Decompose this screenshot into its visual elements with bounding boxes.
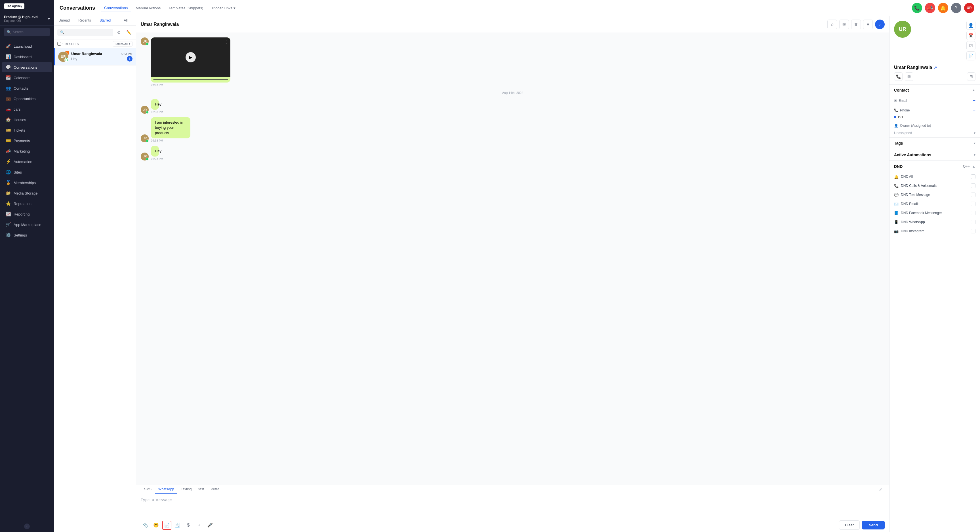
dnd-checkbox[interactable] [971,175,975,179]
conv-edit-button[interactable]: ✏️ [124,29,132,36]
notification-button[interactable]: 🔔 [938,3,948,13]
topbar-nav-manual-actions[interactable]: Manual Actions [132,4,164,12]
conv-filter-button[interactable]: ⊘ [115,29,123,36]
search-input[interactable] [13,30,54,34]
sidebar-item-label-automation: Automation [14,160,32,164]
owner-value-row[interactable]: Unassigned ▾ [889,130,980,137]
plus-button[interactable]: + [195,521,204,530]
video-play-button[interactable]: ▶ [186,52,196,62]
dnd-checkbox[interactable] [971,192,975,197]
clear-button[interactable]: Clear [839,520,860,530]
select-all-label[interactable]: 1 RESULTS [57,42,79,46]
sidebar-item-tickets[interactable]: 🎫 Tickets [2,125,52,135]
delete-action-button[interactable]: 🗑 [851,19,861,29]
tags-section-header[interactable]: Tags ▾ [889,138,980,149]
conv-tab-starred[interactable]: Starred [95,16,116,25]
topbar-nav-trigger-links[interactable]: Trigger Links ▾ [208,4,239,12]
sidebar-item-calendars[interactable]: 📅 Calendars [2,73,52,83]
add-phone-button[interactable]: + [973,108,975,113]
sidebar-item-reputation[interactable]: ⭐ Reputation [2,199,52,209]
sidebar-item-reporting[interactable]: 📈 Reporting [2,209,52,219]
send-button[interactable]: Send [862,521,885,529]
topbar-nav-templates[interactable]: Templates (Snippets) [165,4,207,12]
invoice-button[interactable]: 🧾 [173,521,182,530]
phone-button[interactable]: 📞 [912,3,922,13]
chat-tab-test[interactable]: test [195,485,207,494]
dnd-checkbox[interactable] [971,220,975,224]
star-action-button[interactable]: ☆ [827,19,837,29]
rp-phone-button[interactable]: 📞 [894,72,902,81]
mic-button[interactable]: 🎤 [205,521,215,530]
sidebar-item-launchpad[interactable]: 🚀 Launchpad [2,41,52,51]
sort-button[interactable]: Latest-All ▾ [113,41,132,46]
rp-email-button[interactable]: ✉ [905,72,913,81]
sidebar-item-contacts[interactable]: 👥 Contacts [2,83,52,93]
sidebar-item-settings[interactable]: ⚙️ Settings [2,230,52,240]
external-link-button[interactable]: ↗ [934,65,937,70]
topbar-nav-conversations[interactable]: Conversations [101,4,131,12]
sidebar-item-conversations[interactable]: 💬 Conversations [2,62,52,72]
owner-field-row: 👤 Owner (Assigned to) [889,121,980,130]
megaphone-button[interactable]: 📣 [925,3,935,13]
message-input[interactable] [136,494,889,517]
dnd-checkbox[interactable] [971,183,975,188]
conv-search-input-wrapper: 🔍 umar [57,29,113,36]
topbar-title: Conversations [60,5,95,11]
chat-tab-texting[interactable]: Texting [177,485,195,494]
contact-section-header[interactable]: Email Contact ▲ [889,84,980,96]
chat-tab-peter[interactable]: Peter [207,485,223,494]
user-avatar[interactable]: UR [964,3,974,13]
conv-avatar: UR [58,52,68,62]
phone-field-row: 📞 Phone + [889,105,980,115]
sidebar-item-opportunities[interactable]: 💼 Opportunities [2,94,52,104]
rp-profile-button[interactable]: 👤 [966,21,975,30]
message-time: 03:38 PM [151,83,231,86]
email-action-button[interactable]: ✉ [839,19,849,29]
sidebar-item-cars[interactable]: 🚗 cars [2,104,52,114]
chat-tab-sms[interactable]: SMS [141,485,155,494]
msg-avatar-dot [146,111,149,114]
next-button[interactable]: › [875,19,885,29]
automations-section-header[interactable]: Active Automations ▾ [889,149,980,160]
chat-expand-button[interactable]: ⤢ [877,485,885,494]
sidebar-item-houses[interactable]: 🏠 Houses [2,114,52,125]
dnd-checkbox[interactable] [971,202,975,206]
conv-tab-all[interactable]: All [116,16,136,25]
sidebar-item-media-storage[interactable]: 📁 Media Storage [2,188,52,198]
rp-calendar-button[interactable]: 📅 [966,31,975,40]
conv-search-input[interactable]: umar [66,30,110,34]
add-email-button[interactable]: + [973,98,975,103]
sidebar-item-automation[interactable]: ⚡ Automation [2,157,52,167]
rp-grid-button[interactable]: ⊞ [967,72,975,81]
dnd-checkbox[interactable] [971,211,975,215]
sidebar-collapse-button[interactable]: ‹ [24,524,30,529]
rp-checkbox-button[interactable]: ☑ [966,41,975,50]
sidebar-item-label-app-marketplace: App Marketplace [14,222,41,227]
conv-list-item[interactable]: UR Umar Ranginwala 5:23 PM Hey 3 [54,48,136,65]
sidebar-account[interactable]: Product @ HighLevel Eugene, OR ▾ [0,12,54,25]
sidebar-item-memberships[interactable]: 🏅 Memberships [2,178,52,188]
emoji-button[interactable]: 😊 [151,521,161,530]
filter-action-button[interactable]: ≡ [863,19,873,29]
doc-button[interactable]: 📄 [162,521,171,530]
sidebar-item-sites[interactable]: 🌐 Sites [2,167,52,177]
conv-tab-recents[interactable]: Recents [74,16,95,25]
attach-button[interactable]: 📎 [141,521,150,530]
sidebar-item-payments[interactable]: 💳 Payments [2,135,52,146]
video-more-button[interactable]: ⋮ [224,40,228,44]
message-bubble: I am interested in buying your products [151,117,190,138]
conv-tab-unread[interactable]: Unread [54,16,74,25]
help-button[interactable]: ? [951,3,961,13]
topbar-left: Conversations ConversationsManual Action… [60,4,239,12]
dollar-button[interactable]: $ [184,521,193,530]
rp-doc-button[interactable]: 📄 [966,51,975,60]
sidebar-item-marketing[interactable]: 📣 Marketing [2,146,52,156]
sidebar-item-dashboard[interactable]: 📊 Dashboard [2,52,52,62]
dnd-checkbox[interactable] [971,229,975,233]
dnd-section-header[interactable]: DND OFF ▲ [889,161,980,172]
chat-tab-whatsapp[interactable]: WhatsApp [155,485,177,494]
settings-icon: ⚙️ [6,233,11,238]
chat-input-tabs: SMSWhatsAppTextingtestPeter⤢ [136,485,889,494]
select-all-checkbox[interactable] [57,42,61,46]
sidebar-item-app-marketplace[interactable]: 🛒 App Marketplace [2,219,52,230]
